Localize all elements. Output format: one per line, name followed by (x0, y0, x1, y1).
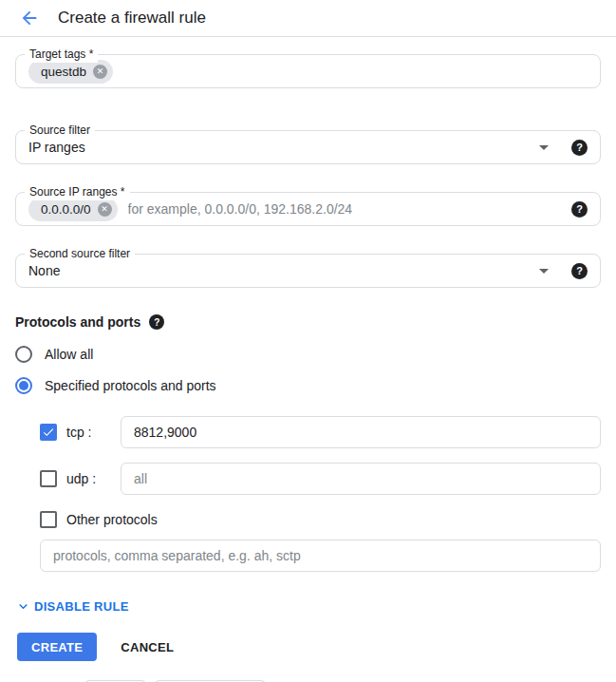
disable-rule-label: DISABLE RULE (34, 599, 129, 614)
disable-rule-expander[interactable]: DISABLE RULE (15, 598, 601, 615)
target-tags-label: Target tags * (25, 47, 98, 63)
source-ip-chip: 0.0.0.0/0 (28, 198, 118, 221)
protocols-ports-section-heading: Protocols and ports (15, 314, 601, 330)
udp-label: udp : (66, 471, 121, 486)
chip-remove-icon[interactable] (93, 65, 107, 79)
page-header: Create a firewall rule (0, 0, 616, 37)
back-button[interactable] (19, 8, 40, 28)
checkmark-icon (42, 426, 55, 439)
radio-option-allow-all[interactable]: Allow all (15, 346, 601, 363)
udp-row: udp : (40, 463, 601, 495)
udp-checkbox[interactable] (40, 470, 57, 487)
tcp-label: tcp : (66, 425, 121, 440)
radio-label: Allow all (45, 347, 93, 362)
protocols-ports-help-icon[interactable] (149, 314, 164, 330)
create-button[interactable]: CREATE (17, 633, 97, 661)
second-source-filter-help-icon[interactable] (571, 263, 588, 279)
chip-remove-icon[interactable] (98, 202, 112, 217)
radio-icon[interactable] (15, 377, 32, 394)
firewall-rule-form: Target tags * questdb Source filter IP r… (0, 37, 616, 682)
source-ip-ranges-input[interactable] (118, 201, 571, 217)
source-filter-help-icon[interactable] (571, 140, 588, 156)
second-source-filter-label: Second source filter (25, 246, 135, 262)
radio-label: Specified protocols and ports (45, 378, 216, 393)
other-protocols-label: Other protocols (66, 512, 158, 527)
source-ip-ranges-field[interactable]: Source IP ranges * 0.0.0.0/0 (15, 192, 601, 226)
second-source-filter-select[interactable]: Second source filter None (15, 254, 601, 288)
other-protocols-checkbox[interactable] (40, 511, 57, 528)
page-title: Create a firewall rule (58, 9, 206, 28)
dropdown-arrow-icon (539, 269, 549, 274)
specified-protocols-group: tcp : udp : Other protocols (40, 416, 601, 598)
chip-label: questdb (41, 65, 86, 79)
arrow-back-icon (19, 8, 40, 28)
target-tags-field[interactable]: Target tags * questdb (15, 54, 601, 88)
dropdown-arrow-icon (539, 145, 549, 150)
udp-ports-input[interactable] (121, 463, 601, 495)
source-filter-label: Source filter (25, 123, 95, 139)
radio-option-specified[interactable]: Specified protocols and ports (15, 377, 601, 394)
other-protocols-row: Other protocols (40, 511, 601, 528)
other-protocols-input[interactable] (40, 540, 601, 572)
source-filter-value: IP ranges (28, 140, 539, 155)
source-ip-ranges-help-icon[interactable] (571, 201, 588, 218)
source-ip-ranges-label: Source IP ranges * (25, 184, 130, 200)
cancel-button[interactable]: CANCEL (121, 640, 174, 654)
form-actions: CREATE CANCEL (15, 633, 601, 661)
tcp-row: tcp : (40, 416, 601, 448)
radio-icon[interactable] (15, 346, 32, 363)
tcp-ports-input[interactable] (121, 416, 601, 448)
second-source-filter-value: None (28, 263, 539, 278)
chip-label: 0.0.0.0/0 (41, 202, 91, 217)
source-filter-select[interactable]: Source filter IP ranges (15, 130, 601, 164)
target-tag-chip: questdb (28, 60, 113, 84)
tcp-checkbox[interactable] (40, 424, 57, 441)
chevron-down-icon (15, 598, 31, 615)
protocols-ports-heading: Protocols and ports (15, 314, 140, 330)
